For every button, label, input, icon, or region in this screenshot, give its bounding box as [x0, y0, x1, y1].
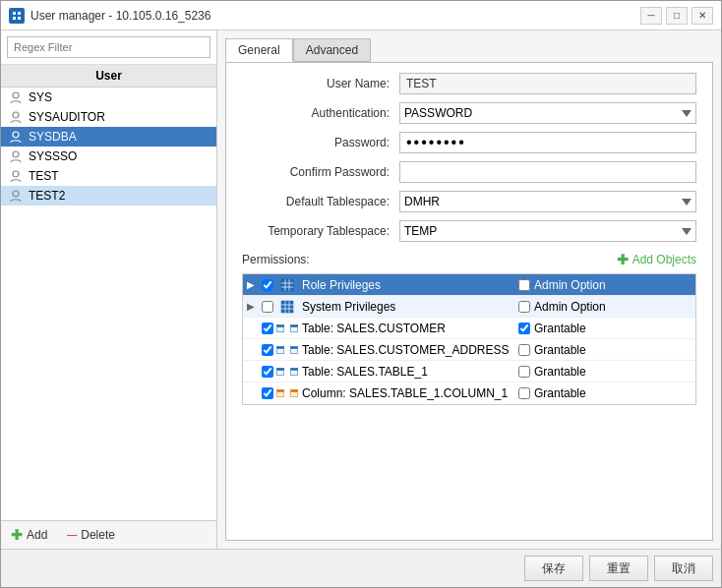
- perm-right-table1: Grantable: [518, 365, 695, 379]
- temp-ts-select[interactable]: TEMP: [399, 220, 696, 242]
- perm-name-table1: Table: SALES.TABLE_1: [298, 363, 518, 381]
- add-objects-label: Add Objects: [632, 253, 696, 266]
- grantable-checkbox-customer[interactable]: [518, 323, 530, 334]
- admin-option-label-role[interactable]: Admin Option: [518, 278, 606, 292]
- grantable-checkbox-table1[interactable]: [518, 366, 530, 378]
- customer-address-checkbox[interactable]: [262, 344, 273, 356]
- user-icon-test2: [9, 189, 23, 203]
- grantable-checkbox-column1[interactable]: [518, 387, 530, 399]
- perm-row-customer[interactable]: ▶: [243, 318, 695, 339]
- title-bar-left: User manager - 10.105.0.16_5236: [9, 8, 211, 24]
- user-item-test[interactable]: TEST: [1, 166, 216, 186]
- perm-expand-customer[interactable]: ▶: [243, 323, 259, 333]
- user-item-sysauditor[interactable]: SYSAUDITOR: [1, 107, 216, 127]
- cancel-button[interactable]: 取消: [654, 556, 713, 581]
- perm-expand-customer-address[interactable]: ▶: [243, 344, 259, 355]
- svg-point-9: [13, 171, 19, 177]
- svg-point-10: [13, 191, 19, 197]
- role-privileges-checkbox[interactable]: [262, 279, 273, 291]
- user-item-sys[interactable]: SYS: [1, 88, 216, 107]
- bottom-bar: 保存 重置 取消: [1, 549, 721, 587]
- username-label: User Name:: [242, 77, 399, 90]
- add-objects-button[interactable]: ✚ Add Objects: [617, 252, 696, 267]
- grantable-label-table1[interactable]: Grantable: [518, 365, 586, 379]
- close-button[interactable]: ✕: [692, 7, 713, 25]
- perm-row-customer-address[interactable]: ▶: [243, 339, 695, 361]
- perm-expand-role[interactable]: ▶: [243, 279, 259, 290]
- user-name-sysauditor: SYSAUDITOR: [29, 110, 105, 124]
- perm-name-customer: Table: SALES.CUSTOMER: [298, 320, 518, 337]
- tab-bar: General Advanced: [225, 38, 713, 62]
- perm-icon-role: [276, 278, 298, 292]
- user-icon-syssso: [9, 149, 23, 163]
- user-name-sys: SYS: [29, 90, 52, 104]
- user-list-header: User: [1, 65, 216, 88]
- perm-row-system-privileges[interactable]: ▶ Syst: [243, 296, 695, 318]
- admin-option-label-system[interactable]: Admin Option: [518, 300, 606, 314]
- maximize-button[interactable]: □: [666, 7, 688, 25]
- svg-point-8: [13, 151, 19, 157]
- perm-icon-column1: [276, 386, 298, 400]
- reset-button[interactable]: 重置: [589, 556, 648, 581]
- perm-check-customer: [259, 323, 276, 334]
- svg-rect-50: [290, 389, 297, 391]
- perm-name-role: Role Privileges: [298, 276, 518, 294]
- customer-checkbox[interactable]: [262, 323, 273, 334]
- left-panel: User SYS: [1, 30, 217, 549]
- regex-filter-input[interactable]: [7, 36, 211, 58]
- admin-option-checkbox-system[interactable]: [518, 301, 530, 313]
- svg-rect-34: [290, 346, 297, 348]
- default-ts-select[interactable]: DMHR: [399, 191, 696, 212]
- user-item-sysdba[interactable]: SYSDBA: [1, 127, 216, 147]
- confirm-password-input[interactable]: [399, 161, 696, 183]
- user-item-syssso[interactable]: SYSSSO: [1, 147, 216, 166]
- perm-expand-table1[interactable]: ▶: [243, 366, 259, 377]
- auth-select[interactable]: PASSWORD: [399, 102, 696, 124]
- perm-name-system: System Privileges: [298, 298, 518, 316]
- perm-row-column1[interactable]: ▶: [243, 382, 695, 404]
- perm-check-customer-address: [259, 344, 276, 356]
- right-panel: General Advanced User Name: Authenticati…: [217, 30, 721, 549]
- perm-name-column1: Column: SALES.TABLE_1.COLUMN_1: [298, 384, 518, 402]
- user-icon-test: [9, 169, 23, 183]
- delete-icon: ─: [67, 527, 77, 543]
- svg-point-5: [13, 92, 19, 98]
- add-user-button[interactable]: ✚ Add: [11, 527, 47, 543]
- user-icon-sysdba: [9, 130, 23, 144]
- save-button[interactable]: 保存: [524, 556, 583, 581]
- delete-user-button[interactable]: ─ Delete: [67, 527, 115, 543]
- password-input[interactable]: [399, 132, 696, 153]
- username-input[interactable]: [399, 73, 696, 94]
- column1-checkbox[interactable]: [262, 387, 273, 399]
- password-row: Password:: [242, 132, 696, 153]
- perm-icon-customer-address: [276, 343, 298, 357]
- perm-right-role: Admin Option: [518, 278, 695, 292]
- user-item-test2[interactable]: TEST2: [1, 186, 216, 206]
- perm-expand-column1[interactable]: ▶: [243, 388, 259, 399]
- grantable-text-customer-address: Grantable: [534, 343, 586, 357]
- svg-rect-42: [290, 368, 297, 370]
- grantable-label-column1[interactable]: Grantable: [518, 386, 586, 400]
- grantable-checkbox-customer-address[interactable]: [518, 344, 530, 356]
- grantable-label-customer[interactable]: Grantable: [518, 322, 586, 335]
- perm-right-column1: Grantable: [518, 386, 695, 400]
- perm-right-customer: Grantable: [518, 322, 695, 335]
- grantable-label-customer-address[interactable]: Grantable: [518, 343, 586, 357]
- system-privileges-checkbox[interactable]: [262, 301, 273, 313]
- perm-icon-system: [276, 300, 298, 314]
- tab-general[interactable]: General: [225, 38, 293, 62]
- table1-checkbox[interactable]: [262, 366, 273, 378]
- temp-ts-row: Temporary Tablespace: TEMP: [242, 220, 696, 242]
- svg-rect-16: [281, 301, 293, 313]
- password-label: Password:: [242, 136, 399, 149]
- perm-row-role-privileges[interactable]: ▶ Role: [243, 274, 695, 296]
- user-icon-sys: [9, 90, 23, 104]
- perm-row-table1[interactable]: ▶: [243, 361, 695, 382]
- minimize-button[interactable]: ─: [640, 7, 662, 25]
- default-ts-label: Default Tablespace:: [242, 195, 399, 208]
- admin-option-text-role: Admin Option: [534, 278, 606, 292]
- admin-option-checkbox-role[interactable]: [518, 279, 530, 291]
- perm-expand-system[interactable]: ▶: [243, 301, 259, 312]
- user-list: SYS SYSAUDITOR: [1, 88, 216, 520]
- tab-advanced[interactable]: Advanced: [293, 38, 371, 62]
